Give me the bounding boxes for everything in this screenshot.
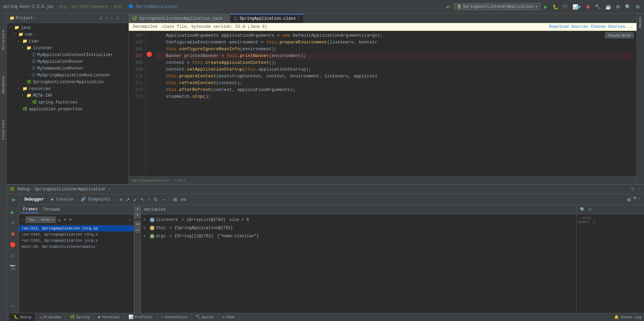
step-over-button[interactable]: ↗ [124, 196, 131, 203]
close-debug-tab-button[interactable]: ✕ [108, 187, 111, 191]
tree-myappctxinit[interactable]: Ⓒ MyApplicationContextInitializer [7, 52, 128, 58]
console-tab[interactable]: ▶ Console [48, 195, 77, 203]
expand-arrow-this[interactable]: ▶ [144, 225, 148, 231]
threads-tab[interactable]: Threads [42, 207, 61, 213]
breadcrumb-class[interactable]: 🔵 SpringApplication [128, 4, 178, 9]
m-settings-button[interactable]: ⚙ [587, 207, 593, 212]
binary-btn[interactable]: 01 [135, 227, 140, 233]
prev-thread-button[interactable]: ▲ [57, 218, 61, 222]
step-into-button[interactable]: ↙ [132, 196, 139, 203]
frame-item-0[interactable]: run:323, SpringApplication (org.sp [19, 225, 134, 231]
breadcrumb-springframework[interactable]: springframework [72, 4, 108, 9]
tree-listener[interactable]: ▾ 📁 listener [7, 45, 128, 52]
close-tab-button[interactable]: ✕ [224, 17, 226, 21]
status-terminal-tab[interactable]: ▶ Terminal [94, 313, 124, 321]
sdk-button[interactable]: ☕ [604, 3, 612, 10]
tree-resources[interactable]: ▾ 📁 resources [7, 86, 128, 92]
close-tab-2-button[interactable]: ✕ [298, 17, 300, 21]
tree-myapprunner[interactable]: Ⓒ MyApplicationRunner [7, 58, 128, 65]
maven-panel-tab[interactable]: Maven [637, 14, 644, 31]
breadcrumb-jar[interactable]: spring-boot-2.5.6.jar [3, 4, 54, 9]
filter-threads-button[interactable]: ▼ [68, 217, 73, 222]
structure-panel-tab[interactable]: Structure [0, 27, 6, 53]
tree-myspringrunlistener[interactable]: Ⓒ MySpringApplicationRunListener [7, 72, 128, 79]
locate-file-button[interactable]: ⊕ [98, 16, 103, 21]
translate-button[interactable]: ⚙ [615, 3, 622, 10]
next-thread-button[interactable]: ▼ [63, 218, 67, 222]
tree-meta-inf[interactable]: ▾ 📁 META-INF [7, 92, 128, 99]
run-config-dropdown[interactable]: 🍃 SpringbootListenerApplication ▾ [454, 3, 541, 10]
breadcrumb-boot[interactable]: boot [113, 4, 123, 9]
status-problems-tab[interactable]: ⚠ Problems [36, 313, 66, 321]
settings-gear-button[interactable]: ⚙ [115, 16, 120, 21]
download-sources-link[interactable]: Download Sources [549, 24, 588, 29]
frame-item-1[interactable]: run:1343, SpringApplication (org.s [19, 231, 134, 238]
show-exec-point-button[interactable]: ≡ [118, 196, 123, 203]
layout-button[interactable]: ⊞ [626, 196, 632, 203]
mute-breakpoints-btn[interactable]: ⊘ [8, 251, 17, 260]
breadcrumb-org[interactable]: org [59, 4, 66, 9]
build-button[interactable]: 🔨 [593, 3, 602, 10]
run-to-cursor-button[interactable]: ↑ [147, 196, 152, 203]
tree-java[interactable]: ▾ 📁 java [7, 24, 128, 31]
view-breakpoints-btn[interactable]: 🔴 [8, 240, 17, 249]
coverage-button[interactable]: 🛡 [562, 3, 569, 10]
tree-springboot-main[interactable]: 🌿 SpringbootListenerApplication [7, 79, 128, 86]
expand-arrow-args[interactable]: ▶ [144, 233, 148, 240]
reader-mode-button[interactable]: Reader Mode [605, 32, 634, 38]
variables-button[interactable]: ≡≡ [179, 196, 187, 203]
debugger-tab[interactable]: Debugger [21, 196, 47, 203]
choose-sources-link[interactable]: Choose Sources... [591, 24, 632, 29]
more-options-btn[interactable]: >> [8, 301, 17, 310]
frame-item-2[interactable]: run:1332, SpringApplication (org.s [19, 238, 134, 244]
status-profiler-tab[interactable]: 📊 Profiler [124, 313, 157, 321]
tree-tian[interactable]: ▾ 📁 tian [7, 38, 128, 45]
stop-button[interactable]: ⏹ [584, 3, 591, 10]
status-spring-tab[interactable]: 🌿 Spring [66, 313, 94, 321]
tab-spring-application[interactable]: Ⓒ SpringApplication.class ✕ [230, 14, 304, 23]
tree-mycmdrunner[interactable]: Ⓒ MyCommandLineRunner [7, 65, 128, 72]
copy-btn[interactable]: ⊞⊞ [135, 221, 140, 227]
event-log[interactable]: 🔔 Event Log [614, 315, 641, 319]
sort-button[interactable]: ↕ [110, 16, 114, 21]
debug-button[interactable]: 🐛 [551, 3, 560, 10]
status-todo-tab[interactable]: ☑ TODO [218, 313, 239, 321]
back-button[interactable]: ↩ [445, 3, 451, 10]
scroll-down-button[interactable]: ▼ [135, 212, 140, 218]
tab-springboot-listener[interactable]: 🌿 SpringbootListenerApplication.java ✕ [129, 14, 230, 23]
breakpoint-167[interactable]: 🔴 [146, 51, 153, 58]
debug-settings-button[interactable]: ⚙ [630, 187, 635, 192]
collapse-all-button[interactable]: ≡ [105, 16, 109, 21]
debug-minimize-button[interactable]: − [637, 187, 641, 192]
resume-btn[interactable]: ▶ [8, 208, 17, 216]
frame-item-3[interactable]: main:10, SpringbootListenerApplic [19, 244, 134, 250]
resume-button[interactable]: ▶ [10, 195, 19, 204]
var-item-listeners[interactable]: ▶ ∞ listeners = {ArrayList@1784} size = … [141, 216, 576, 224]
minimize-button[interactable]: − [122, 16, 126, 21]
evaluate-button[interactable]: ↻ [153, 196, 159, 203]
settings-button[interactable]: ⚙ [634, 3, 641, 10]
var-item-args[interactable]: ▶ p args = {String[1]@1782} ["name-tianj… [141, 232, 576, 240]
expand-arrow-listeners[interactable]: ▶ [144, 216, 148, 223]
stop-btn[interactable]: ⏹ [8, 229, 17, 238]
m-search-button[interactable]: 🔍 [579, 207, 586, 212]
profile-button[interactable]: 📊▾ [571, 3, 582, 10]
settings-btn-debug[interactable]: 📷 [8, 262, 17, 271]
status-debug-tab[interactable]: 🐛 Debug [9, 313, 36, 321]
scroll-up-button[interactable]: ▲ [135, 206, 140, 212]
thread-dropdown[interactable]: *ma...NING ▾ [25, 216, 56, 223]
status-build-tab[interactable]: 🔨 Build [192, 313, 218, 321]
run-button[interactable]: ▶ [543, 3, 549, 10]
add-thread-button[interactable]: + [128, 217, 131, 223]
tree-spring-factories[interactable]: 🌿 spring.factories [7, 99, 128, 106]
code-content[interactable]: ApplicationArguments applicationArgument… [153, 31, 637, 176]
endpoints-tab[interactable]: 🔗 Endpoints [77, 195, 114, 203]
frames-button[interactable]: ⊞ [172, 196, 179, 203]
favorites-panel-tab[interactable]: Favorites [0, 117, 6, 142]
frames-tab[interactable]: Frames [22, 206, 39, 213]
step-out-button[interactable]: ↖ [139, 196, 146, 203]
status-checkstyle-tab[interactable]: ✓ CheckStyle [157, 313, 192, 321]
pause-btn[interactable]: ⏸ [8, 219, 17, 227]
var-item-this[interactable]: ▶ = this = {SpringApplication@1781} [141, 224, 576, 232]
force-button[interactable]: → [160, 196, 167, 203]
